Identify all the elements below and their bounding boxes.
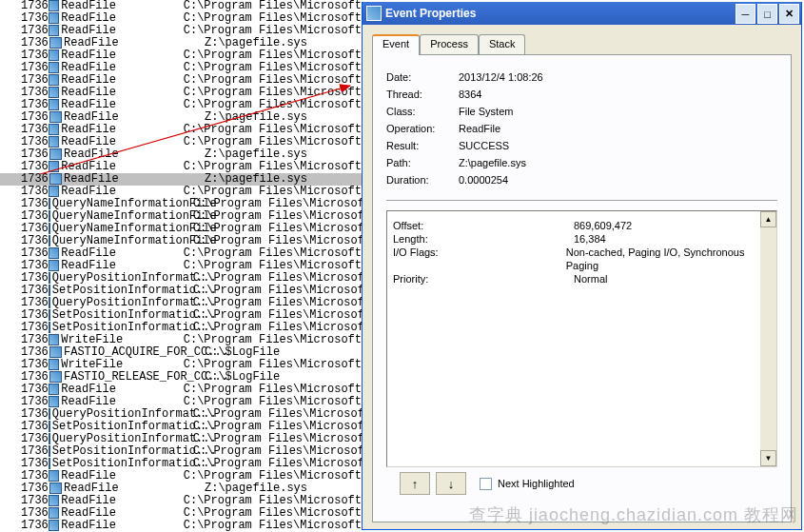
operation-icon: [49, 136, 60, 148]
operation-icon: [49, 371, 62, 383]
value-offset: 869,609,472: [574, 219, 632, 232]
pid-cell: 1736: [0, 520, 49, 532]
prev-event-button[interactable]: ↑: [400, 472, 430, 495]
path-cell: C:\Program Files\Microsoft: [184, 520, 362, 532]
operation-icon: [49, 359, 60, 370]
operation-icon: [49, 346, 62, 358]
value-duration: 0.0000254: [459, 174, 508, 186]
operation-icon: [49, 111, 62, 123]
operation-icon: [49, 247, 60, 259]
label-operation: Operation:: [386, 123, 459, 134]
details-scrollbar[interactable]: ▲ ▼: [760, 211, 776, 466]
label-class: Class:: [386, 106, 459, 117]
maximize-button[interactable]: □: [757, 4, 777, 24]
table-row[interactable]: 1736ReadFileC:\Program Files\Microsoft: [0, 25, 362, 37]
tab-process[interactable]: Process: [420, 34, 479, 55]
window-title: Event Properties: [385, 7, 476, 20]
operation-icon: [49, 25, 60, 36]
table-row[interactable]: 1736ReadFileC:\Program Files\Microsoft: [0, 520, 362, 532]
operation-icon: [49, 124, 60, 135]
operation-icon: [49, 37, 62, 49]
event-list[interactable]: 1736ReadFileC:\Program Files\Microsoft17…: [0, 0, 362, 532]
operation-icon: [49, 74, 60, 86]
arrow-down-icon: ↓: [448, 477, 455, 491]
next-highlighted-checkbox[interactable]: [480, 478, 492, 490]
label-offset: Offset:: [393, 219, 574, 232]
label-path: Path:: [386, 157, 459, 168]
operation-icon: [49, 173, 62, 185]
event-properties-window: Event Properties ─ □ ✕ Event Process Sta…: [362, 2, 802, 530]
operation-icon: [49, 186, 60, 197]
value-date: 2013/12/4 1:08:26: [459, 71, 543, 83]
operation-icon: [49, 334, 60, 345]
next-highlighted-label: Next Highlighted: [498, 478, 575, 489]
label-date: Date:: [386, 71, 459, 83]
value-priority: Normal: [574, 272, 607, 286]
scroll-up-icon[interactable]: ▲: [760, 211, 776, 227]
scroll-down-icon[interactable]: ▼: [760, 450, 776, 466]
details-box: Offset:869,609,472 Length:16,384 I/O Fla…: [386, 210, 777, 467]
minimize-button[interactable]: ─: [735, 4, 755, 24]
label-ioflags: I/O Flags:: [393, 246, 566, 272]
operation-icon: [49, 396, 60, 407]
value-operation: ReadFile: [459, 123, 500, 134]
operation-icon: [49, 483, 62, 494]
value-class: File System: [459, 106, 513, 117]
operation-icon: [49, 161, 60, 172]
table-row[interactable]: 1736ReadFileC:\Program Files\Microsoft: [0, 470, 362, 483]
operation-icon: [49, 49, 60, 61]
operation-icon: [49, 12, 60, 24]
watermark: 查字典 jiaocheng.chazidian.com 教程网: [469, 503, 798, 526]
operation-icon: [49, 87, 60, 98]
tab-event[interactable]: Event: [372, 34, 420, 55]
arrow-up-icon: ↑: [412, 477, 419, 491]
value-path: Z:\pagefile.sys: [459, 157, 526, 168]
tab-bar: Event Process Stack: [372, 34, 801, 55]
close-button[interactable]: ✕: [779, 4, 799, 24]
tab-page-event: Date:2013/12/4 1:08:26 Thread:8364 Class…: [372, 54, 792, 522]
operation-icon: [49, 148, 62, 160]
titlebar[interactable]: Event Properties ─ □ ✕: [363, 2, 801, 25]
tab-stack[interactable]: Stack: [479, 34, 526, 55]
operation-icon: [49, 507, 60, 519]
label-thread: Thread:: [386, 89, 459, 100]
next-event-button[interactable]: ↓: [436, 472, 466, 495]
value-thread: 8364: [459, 89, 481, 100]
operation-icon: [49, 384, 60, 395]
table-row[interactable]: 1736ReadFileC:\Program Files\Microsoft: [0, 136, 362, 148]
value-ioflags: Non-cached, Paging I/O, Synchronous Pagi…: [566, 246, 771, 272]
label-length: Length:: [393, 232, 574, 246]
table-row[interactable]: 1736ReadFileC:\Program Files\Microsoft: [0, 161, 362, 173]
operation-icon: [49, 260, 60, 271]
label-result: Result:: [386, 140, 459, 151]
label-duration: Duration:: [386, 174, 459, 186]
bottom-bar: ↑ ↓ Next Highlighted: [386, 467, 777, 500]
label-priority: Priority:: [393, 272, 574, 286]
table-row[interactable]: 1736ReadFileC:\Program Files\Microsoft: [0, 99, 362, 111]
operation-icon: [49, 99, 60, 110]
operation-icon: [49, 0, 60, 11]
value-length: 16,384: [574, 232, 606, 246]
separator: [386, 200, 777, 201]
operation-icon: [49, 62, 60, 73]
operation-icon: [49, 520, 60, 531]
app-icon: [366, 6, 382, 21]
operation-cell: ReadFile: [59, 520, 183, 532]
value-result: SUCCESS: [459, 140, 509, 151]
operation-icon: [49, 470, 60, 482]
operation-icon: [49, 495, 60, 506]
